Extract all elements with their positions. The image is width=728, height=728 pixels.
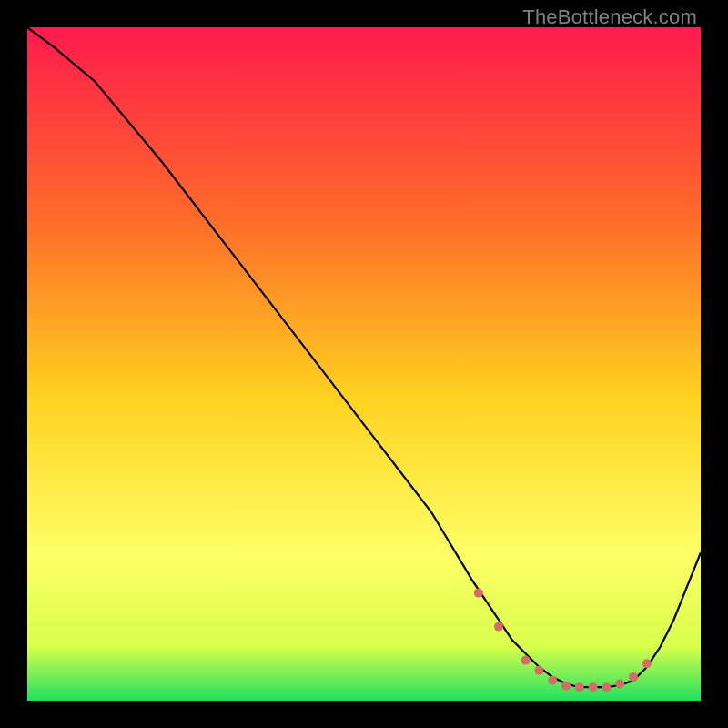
chart-svg: [27, 27, 701, 701]
gradient-fill: [27, 27, 701, 701]
marker-dot: [589, 682, 598, 692]
marker-dot: [575, 682, 584, 692]
marker-dot: [561, 682, 571, 691]
watermark-text: TheBottleneck.com: [522, 5, 697, 29]
marker-dot: [534, 666, 543, 675]
marker-dot: [474, 589, 483, 598]
chart-frame: [27, 27, 701, 701]
marker-dot: [615, 680, 624, 689]
marker-dot: [602, 682, 611, 692]
marker-dot: [629, 672, 638, 682]
marker-dot: [642, 659, 652, 668]
marker-dot: [521, 656, 531, 665]
marker-dot: [494, 622, 503, 632]
marker-dot: [548, 676, 557, 685]
